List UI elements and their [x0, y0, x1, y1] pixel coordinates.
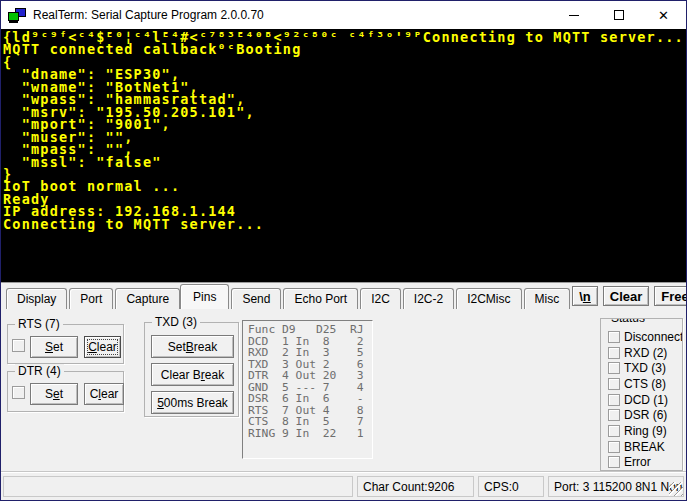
- txd-group-title: TXD (3): [152, 315, 200, 329]
- tab-bar-buttons: \n Clear Freeze ?: [572, 286, 687, 306]
- close-button[interactable]: ✕: [641, 1, 686, 29]
- app-icon-front-screen: [8, 12, 19, 21]
- statusbar-message: [3, 476, 353, 497]
- status-bar: Char Count:9206 CPS:0 Port: 3 115200 8N1…: [1, 471, 686, 500]
- app-icon-base: [9, 21, 18, 23]
- status-led-indicator: [608, 456, 620, 468]
- status-item-dcd-1: DCD (1): [608, 392, 682, 408]
- dtr-set-button[interactable]: Set: [30, 383, 78, 405]
- freeze-button[interactable]: Freeze: [654, 286, 687, 306]
- title-bar: RealTerm: Serial Capture Program 2.0.0.7…: [1, 1, 686, 29]
- tab-port[interactable]: Port: [69, 288, 113, 309]
- rts-group: RTS (7) Set Clear: [7, 324, 124, 364]
- clear-break-button[interactable]: Clear Break: [151, 363, 234, 386]
- status-led-indicator: [608, 362, 620, 374]
- realterm-window: RealTerm: Serial Capture Program 2.0.0.7…: [0, 0, 687, 501]
- status-led-indicator: [608, 409, 620, 421]
- pinout-table-text: Func D9 D25 RJ DCD 1 In 8 2 RXD 2 In 3 5…: [248, 324, 372, 439]
- terminal-display[interactable]: {ld⁹ᶜ⁹ᶠ<ᶜ⁴$ᴱ⁰¦ᶜ⁴lᴱ⁴#<ᶜ⁷⁸³ᴱ⁴⁰ᴮ<⁹²ᶜ⁸⁰ᶜ ᶜ⁴ᶠ…: [1, 29, 686, 283]
- status-led-indicator: [608, 394, 620, 406]
- rts-set-button[interactable]: Set: [30, 336, 78, 358]
- pins-tab-page: RTS (7) Set Clear DTR (4) Set Clear TXD …: [1, 309, 686, 471]
- terminal-text: {ld⁹ᶜ⁹ᶠ<ᶜ⁴$ᴱ⁰¦ᶜ⁴lᴱ⁴#<ᶜ⁷⁸³ᴱ⁴⁰ᴮ<⁹²ᶜ⁸⁰ᶜ ᶜ⁴ᶠ…: [1, 29, 686, 230]
- status-led-indicator: [608, 331, 620, 343]
- status-led-indicator: [608, 425, 620, 437]
- minimize-icon: [569, 15, 579, 16]
- status-led-indicator: [608, 441, 620, 453]
- clear-button[interactable]: Clear: [603, 286, 650, 306]
- status-item-ring-9: Ring (9): [608, 423, 682, 439]
- status-items: Disconnect RXD (2) TXD (3) CTS (: [601, 319, 682, 470]
- status-item-disconnect: Disconnect: [608, 329, 682, 345]
- close-icon: ✕: [658, 8, 669, 23]
- status-group-title: Status: [608, 318, 648, 325]
- statusbar-port: Port: 3 115200 8N1 Non: [548, 476, 684, 497]
- maximize-button[interactable]: [596, 1, 641, 29]
- tab-send[interactable]: Send: [231, 288, 281, 309]
- status-item-cts-8: CTS (8): [608, 376, 682, 392]
- tab-echo-port[interactable]: Echo Port: [283, 288, 358, 309]
- app-icon[interactable]: [8, 8, 26, 23]
- status-item-error: Error: [608, 455, 682, 471]
- status-led-indicator: [608, 347, 620, 359]
- ms500-break-button[interactable]: 500ms Break: [151, 391, 234, 414]
- window-controls: ✕: [551, 1, 686, 29]
- tab-i2c[interactable]: I2C: [360, 288, 401, 309]
- rts-group-title: RTS (7): [15, 317, 63, 331]
- set-break-button[interactable]: Set Break: [151, 335, 234, 358]
- newline-button[interactable]: \n: [572, 286, 598, 306]
- window-title: RealTerm: Serial Capture Program 2.0.0.7…: [33, 8, 264, 22]
- dtr-led-indicator: [12, 386, 25, 399]
- dtr-clear-button[interactable]: Clear: [84, 383, 124, 405]
- txd-group: TXD (3) Set Break Clear Break 500ms Brea…: [144, 322, 239, 417]
- resize-grip[interactable]: [669, 482, 683, 496]
- tab-pins[interactable]: Pins: [180, 284, 229, 309]
- status-item-txd-3: TXD (3): [608, 360, 682, 376]
- tab-display[interactable]: Display: [6, 288, 67, 309]
- dtr-group: DTR (4) Set Clear: [7, 371, 124, 412]
- status-item-rxd-2: RXD (2): [608, 345, 682, 361]
- tab-bar: Display Port Capture Pins Send Echo Port…: [1, 283, 686, 309]
- tab-i2c-2[interactable]: I2C-2: [403, 288, 454, 309]
- dtr-group-title: DTR (4): [15, 364, 64, 378]
- maximize-icon: [614, 10, 624, 20]
- statusbar-char-count: Char Count:9206: [357, 476, 474, 497]
- status-item-break: BREAK: [608, 439, 682, 455]
- statusbar-port-text: Port: 3 115200 8N1 Non: [554, 480, 683, 494]
- rts-led-indicator: [12, 339, 25, 352]
- status-group: Status Disconnect RXD (2) TXD (3): [600, 318, 683, 471]
- tab-misc[interactable]: Misc: [524, 288, 571, 309]
- tab-capture[interactable]: Capture: [115, 288, 180, 309]
- rts-clear-button[interactable]: Clear: [84, 336, 121, 358]
- status-item-dsr-6: DSR (6): [608, 407, 682, 423]
- minimize-button[interactable]: [551, 1, 596, 29]
- statusbar-cps: CPS:0: [478, 476, 544, 497]
- status-led-indicator: [608, 378, 620, 390]
- pinout-table: Func D9 D25 RJ DCD 1 In 8 2 RXD 2 In 3 5…: [242, 320, 373, 459]
- tab-i2cmisc[interactable]: I2CMisc: [456, 288, 521, 309]
